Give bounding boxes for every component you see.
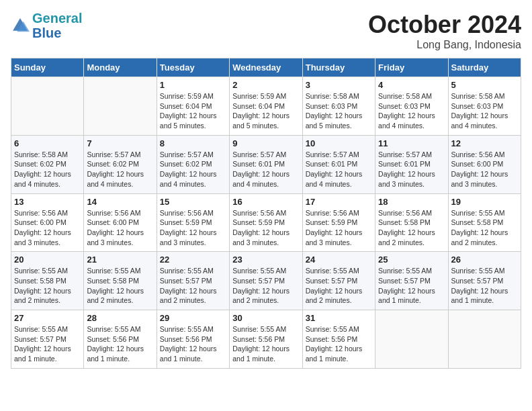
calendar-cell: 28Sunrise: 5:55 AM Sunset: 5:56 PM Dayli… [84,310,157,369]
calendar-cell: 2Sunrise: 5:59 AM Sunset: 6:04 PM Daylig… [230,77,302,136]
calendar-cell: 12Sunrise: 5:56 AM Sunset: 6:00 PM Dayli… [448,135,521,193]
day-info: Sunrise: 5:56 AM Sunset: 5:59 PM Dayligh… [160,208,226,248]
day-info: Sunrise: 5:55 AM Sunset: 5:57 PM Dayligh… [378,266,445,306]
day-info: Sunrise: 5:58 AM Sunset: 6:03 PM Dayligh… [451,91,518,131]
day-info: Sunrise: 5:55 AM Sunset: 5:56 PM Dayligh… [306,324,372,364]
week-row-3: 13Sunrise: 5:56 AM Sunset: 6:00 PM Dayli… [11,193,521,252]
day-number: 18 [378,197,445,207]
day-info: Sunrise: 5:57 AM Sunset: 6:02 PM Dayligh… [87,150,153,189]
calendar-cell: 24Sunrise: 5:55 AM Sunset: 5:57 PM Dayli… [302,252,375,310]
header-saturday: Saturday [448,58,521,77]
day-number: 6 [14,138,81,148]
day-number: 30 [232,313,299,323]
day-info: Sunrise: 5:57 AM Sunset: 6:01 PM Dayligh… [306,150,372,189]
header-sunday: Sunday [11,58,84,77]
day-number: 21 [87,255,153,265]
calendar-cell: 4Sunrise: 5:58 AM Sunset: 6:03 PM Daylig… [375,77,448,136]
calendar-header-row: SundayMondayTuesdayWednesdayThursdayFrid… [11,58,521,77]
day-number: 27 [14,313,81,323]
day-info: Sunrise: 5:57 AM Sunset: 6:01 PM Dayligh… [232,150,299,189]
day-number: 11 [378,138,445,148]
calendar-cell [11,77,84,136]
calendar-cell: 18Sunrise: 5:56 AM Sunset: 5:58 PM Dayli… [375,193,448,252]
calendar-cell: 11Sunrise: 5:57 AM Sunset: 6:01 PM Dayli… [375,135,448,193]
day-number: 22 [160,255,226,265]
day-info: Sunrise: 5:55 AM Sunset: 5:58 PM Dayligh… [87,266,153,306]
day-number: 31 [306,313,372,323]
calendar-cell: 31Sunrise: 5:55 AM Sunset: 5:56 PM Dayli… [302,310,375,369]
day-number: 7 [87,138,153,148]
day-info: Sunrise: 5:55 AM Sunset: 5:57 PM Dayligh… [160,266,226,306]
day-info: Sunrise: 5:55 AM Sunset: 5:56 PM Dayligh… [160,324,226,364]
day-number: 12 [451,138,518,148]
day-info: Sunrise: 5:56 AM Sunset: 5:59 PM Dayligh… [306,208,372,248]
day-number: 24 [306,255,372,265]
calendar-cell: 13Sunrise: 5:56 AM Sunset: 6:00 PM Dayli… [11,193,84,252]
day-number: 16 [232,197,299,207]
day-number: 8 [160,138,226,148]
day-number: 19 [451,197,518,207]
calendar-cell: 16Sunrise: 5:56 AM Sunset: 5:59 PM Dayli… [230,193,302,252]
calendar-cell: 29Sunrise: 5:55 AM Sunset: 5:56 PM Dayli… [157,310,229,369]
calendar-cell: 9Sunrise: 5:57 AM Sunset: 6:01 PM Daylig… [230,135,302,193]
day-number: 23 [232,255,299,265]
calendar-cell: 30Sunrise: 5:55 AM Sunset: 5:56 PM Dayli… [230,310,302,369]
header-thursday: Thursday [302,58,375,77]
day-number: 10 [306,138,372,148]
calendar-cell: 25Sunrise: 5:55 AM Sunset: 5:57 PM Dayli… [375,252,448,310]
logo-text: GeneralBlue [32,11,82,40]
calendar-cell: 19Sunrise: 5:55 AM Sunset: 5:58 PM Dayli… [448,193,521,252]
header-monday: Monday [84,58,157,77]
day-number: 14 [87,197,153,207]
day-info: Sunrise: 5:55 AM Sunset: 5:58 PM Dayligh… [14,266,81,306]
calendar-cell: 26Sunrise: 5:55 AM Sunset: 5:57 PM Dayli… [448,252,521,310]
calendar-body: 1Sunrise: 5:59 AM Sunset: 6:04 PM Daylig… [11,77,521,369]
day-number: 9 [232,138,299,148]
calendar-cell: 3Sunrise: 5:58 AM Sunset: 6:03 PM Daylig… [302,77,375,136]
day-info: Sunrise: 5:55 AM Sunset: 5:56 PM Dayligh… [87,324,153,364]
day-number: 4 [378,80,445,90]
day-number: 26 [451,255,518,265]
day-info: Sunrise: 5:56 AM Sunset: 6:00 PM Dayligh… [14,208,81,248]
calendar-cell: 17Sunrise: 5:56 AM Sunset: 5:59 PM Dayli… [302,193,375,252]
day-number: 20 [14,255,81,265]
logo: GeneralBlue [11,11,82,40]
day-info: Sunrise: 5:56 AM Sunset: 5:58 PM Dayligh… [378,208,445,248]
title-block: October 2024 Long Bang, Indonesia [368,11,521,51]
header-friday: Friday [375,58,448,77]
day-info: Sunrise: 5:58 AM Sunset: 6:03 PM Dayligh… [306,91,372,131]
header-wednesday: Wednesday [230,58,302,77]
calendar-cell [375,310,448,369]
calendar-cell: 21Sunrise: 5:55 AM Sunset: 5:58 PM Dayli… [84,252,157,310]
day-info: Sunrise: 5:55 AM Sunset: 5:56 PM Dayligh… [232,324,299,364]
day-info: Sunrise: 5:56 AM Sunset: 6:00 PM Dayligh… [87,208,153,248]
week-row-5: 27Sunrise: 5:55 AM Sunset: 5:57 PM Dayli… [11,310,521,369]
day-number: 5 [451,80,518,90]
day-number: 3 [306,80,372,90]
calendar-cell: 22Sunrise: 5:55 AM Sunset: 5:57 PM Dayli… [157,252,229,310]
calendar-cell [84,77,157,136]
day-info: Sunrise: 5:56 AM Sunset: 5:59 PM Dayligh… [232,208,299,248]
day-number: 15 [160,197,226,207]
page-header: GeneralBlue October 2024 Long Bang, Indo… [11,11,521,51]
day-info: Sunrise: 5:55 AM Sunset: 5:57 PM Dayligh… [451,266,518,306]
day-number: 25 [378,255,445,265]
day-info: Sunrise: 5:55 AM Sunset: 5:57 PM Dayligh… [14,324,81,364]
day-info: Sunrise: 5:59 AM Sunset: 6:04 PM Dayligh… [232,91,299,131]
day-info: Sunrise: 5:58 AM Sunset: 6:02 PM Dayligh… [14,150,81,189]
calendar-cell: 15Sunrise: 5:56 AM Sunset: 5:59 PM Dayli… [157,193,229,252]
day-number: 1 [160,80,226,90]
logo-icon [11,16,30,35]
day-info: Sunrise: 5:55 AM Sunset: 5:57 PM Dayligh… [232,266,299,306]
location: Long Bang, Indonesia [368,39,521,51]
day-info: Sunrise: 5:57 AM Sunset: 6:02 PM Dayligh… [160,150,226,189]
day-info: Sunrise: 5:55 AM Sunset: 5:57 PM Dayligh… [306,266,372,306]
calendar-cell [448,310,521,369]
calendar-cell: 6Sunrise: 5:58 AM Sunset: 6:02 PM Daylig… [11,135,84,193]
calendar-cell: 20Sunrise: 5:55 AM Sunset: 5:58 PM Dayli… [11,252,84,310]
month-title: October 2024 [368,11,521,39]
day-info: Sunrise: 5:55 AM Sunset: 5:58 PM Dayligh… [451,208,518,248]
day-number: 29 [160,313,226,323]
header-tuesday: Tuesday [157,58,229,77]
calendar-cell: 5Sunrise: 5:58 AM Sunset: 6:03 PM Daylig… [448,77,521,136]
